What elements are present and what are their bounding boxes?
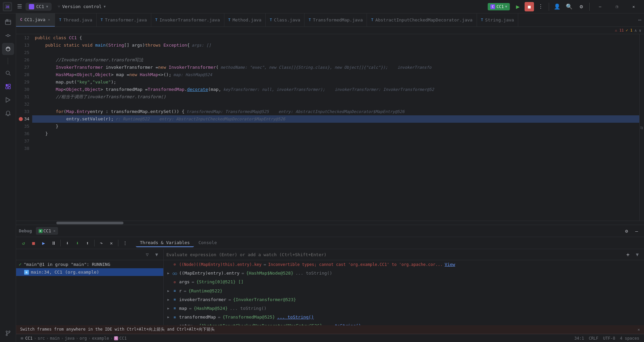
expression-input[interactable] [166,252,623,257]
breadcrumb-example[interactable]: example [92,336,109,341]
sidebar-item-project[interactable] [2,16,14,28]
code-column[interactable]: public class CC1 { public static void ma… [32,34,639,221]
expression-expand-btn[interactable]: ▼ [633,250,641,259]
tab-abstract[interactable]: T AbstractInputCheckedMapDecorator.java [367,13,477,27]
status-crlf[interactable]: CRLF [587,336,600,341]
hscrollbar[interactable] [16,221,644,225]
code-line-29[interactable]: map.put("key", "value"); [32,78,639,86]
close-button[interactable]: ✕ [626,1,641,12]
tab-thread[interactable]: T Thread.java [55,13,97,27]
expand-btn[interactable]: ∨ [639,28,641,33]
sidebar-item-notifications[interactable] [2,107,14,119]
error-count[interactable]: ⚠ 11 [615,28,624,33]
var-transformed-tostring[interactable]: ... toString() [277,314,314,320]
code-line-13[interactable]: public static void main(String[] args) t… [32,42,639,49]
tab-method[interactable]: T Method.java [224,13,266,27]
notification-close[interactable]: ✕ [638,327,640,332]
tab-cc1-close[interactable]: ✕ [47,17,51,22]
search-everywhere-button[interactable]: 🔍 [564,1,575,12]
code-line-25[interactable] [32,49,639,56]
var-invoker-expand[interactable]: ▶ [166,298,170,302]
code-line-32[interactable] [32,101,639,108]
breadcrumb-java[interactable]: java [65,336,74,341]
code-line-37[interactable] [32,137,639,145]
minimize-button[interactable]: — [592,1,608,12]
accounts-button[interactable]: 👤 [552,1,562,12]
tab-overflow-button[interactable]: ⋯ [635,17,644,23]
tab-transformer[interactable]: T Transformer.java [97,13,151,27]
status-position[interactable]: 34:1 [572,336,586,341]
debug-drop-frame-btn[interactable]: ✕ [107,238,116,248]
code-line-31[interactable]: //相当于调用了invokerTransformer.transform() [32,93,639,101]
debug-settings-btn[interactable]: ⚙ [622,226,631,236]
breadcrumb-src[interactable]: src [38,336,45,341]
code-line-36[interactable]: } [32,130,639,137]
tab-string[interactable]: T String.java [477,13,519,27]
code-line-30[interactable]: Map<Object, Object> transformedMap = Tra… [32,86,639,93]
tab-cc1[interactable]: C CC1.java ✕ [16,13,55,27]
hamburger-menu[interactable]: ☰ [15,2,24,11]
breadcrumb-main[interactable]: main [50,336,60,341]
filter-threads-btn[interactable]: ▽ [143,250,151,259]
status-charset[interactable]: UTF-8 [601,336,617,341]
settings-button[interactable]: ⚙ [576,1,587,12]
tab-transformedmap[interactable]: T TransformedMap.java [305,13,367,27]
var-transformed-expand[interactable]: ▶ [166,315,170,319]
project-selector[interactable]: C CC1 ▼ [25,3,52,11]
filter-dropdown-btn[interactable]: ▼ [153,250,161,259]
debug-stop-button[interactable]: ■ [525,2,534,11]
status-project-icon[interactable]: ⊞ [19,336,25,341]
console-tab[interactable]: Console [195,239,221,247]
hscroll-thumb[interactable] [56,222,123,224]
code-line-27[interactable]: InvokerTransformer invokerTransformer = … [32,64,639,71]
var-entry-tostring[interactable]: ... toString() [324,323,361,325]
code-line-38[interactable] [32,145,639,152]
watch-add-btn[interactable]: + [624,250,632,259]
warn-count[interactable]: ✓ 1 [626,28,633,33]
run-config-selector[interactable]: C CC1 ▼ [488,3,510,10]
debug-step-out-btn[interactable]: ⬆ [83,238,92,248]
var-error-view-link[interactable]: View [445,262,455,268]
debug-step-over-btn[interactable]: ⬇ [63,238,72,248]
sidebar-item-debug[interactable] [2,43,14,55]
sidebar-item-commit[interactable] [2,30,14,42]
more-actions-button[interactable]: ⋮ [535,1,546,12]
thread-main-item[interactable]: ✓ "main"@1 in group "main": RUNNING [16,260,163,268]
var-map-expand[interactable]: ▶ [166,306,170,310]
breadcrumb-class[interactable]: C CC1 [114,336,127,341]
sidebar-item-git[interactable] [2,327,14,339]
code-line-12[interactable]: public class CC1 { [32,34,639,42]
debug-cc1-tab[interactable]: ▶ CC1 ✕ [36,227,58,235]
debug-pause-btn[interactable]: ⏸ [49,238,58,248]
collapse-btn[interactable]: ∧ [635,28,637,33]
code-line-28[interactable]: HashMap<Object, Object> map = new HashMa… [32,71,639,78]
debug-run-to-cursor-btn[interactable]: ↷ [97,238,106,248]
var-r-expand[interactable]: ▶ [166,289,170,293]
tab-invoker[interactable]: T InvokerTransformer.java [151,13,224,27]
var-mapentry-expand[interactable]: ▶ [166,271,170,275]
debug-rerun-btn[interactable]: ↺ [19,238,28,248]
debug-stop-btn[interactable]: ■ [29,238,38,248]
breadcrumb-org[interactable]: org [79,336,87,341]
debug-minimize-btn[interactable]: — [632,226,641,236]
threads-variables-tab[interactable]: Threads & Variables [136,239,194,247]
code-line-35[interactable]: } [32,123,639,130]
debug-cc1-close[interactable]: ✕ [53,229,56,233]
breakpoint-indicator[interactable] [19,117,23,121]
status-indent[interactable]: 4 spaces [618,336,641,341]
sidebar-item-search[interactable] [2,67,14,79]
code-line-34[interactable]: entry.setValue(r); r: Runtime@522 entry:… [32,115,639,123]
run-button[interactable]: ▶ [513,1,523,12]
breadcrumb-cc1[interactable]: CC1 [25,336,33,341]
debug-step-into-btn[interactable]: ⬇ [73,238,82,248]
code-line-33[interactable]: for (Map.Entry entry : transformedMap.en… [32,108,639,115]
sidebar-item-plugins[interactable] [2,80,14,93]
code-line-26[interactable]: //InvokerTransformer.transform写法 [32,56,639,64]
restore-button[interactable]: ❐ [609,1,625,12]
sidebar-item-run[interactable] [2,94,14,106]
debug-resume-btn[interactable]: ▶ [39,238,48,248]
debug-more-btn[interactable]: ⋮ [120,238,130,248]
tab-class[interactable]: T Class.java [266,13,305,27]
frame-cc1-item[interactable]: m main:34, CC1 (org.example) [16,268,163,276]
vcs-selector[interactable]: ⑂ Version control ▼ [54,3,109,10]
